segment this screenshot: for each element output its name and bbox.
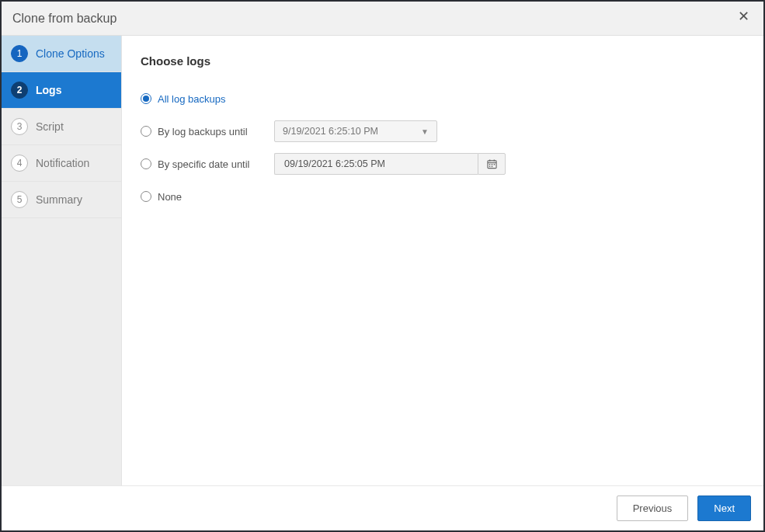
option-row-specific: By specific date until 09/19/2021 6:25:0… [141, 153, 745, 175]
calendar-icon [487, 158, 497, 169]
step-number: 3 [11, 118, 28, 135]
select-value: 9/19/2021 6:25:10 PM [283, 126, 378, 137]
log-backup-until-select[interactable]: 9/19/2021 6:25:10 PM ▼ [274, 120, 437, 142]
dialog-title: Clone from backup [12, 12, 116, 26]
radio-input-none[interactable] [141, 191, 151, 202]
svg-rect-4 [489, 164, 489, 165]
radio-by-specific-date-until[interactable]: By specific date until [141, 158, 274, 170]
step-summary[interactable]: 5 Summary [2, 182, 121, 218]
clone-from-backup-dialog: Clone from backup ✕ 1 Clone Options 2 Lo… [0, 0, 765, 532]
option-row-until: By log backups until 9/19/2021 6:25:10 P… [141, 120, 745, 142]
step-label: Summary [36, 193, 82, 206]
radio-input-until[interactable] [141, 126, 151, 137]
chevron-down-icon: ▼ [421, 127, 429, 136]
next-button[interactable]: Next [697, 495, 751, 521]
step-label: Notification [36, 157, 89, 169]
radio-all-log-backups[interactable]: All log backups [141, 93, 274, 105]
step-label: Script [36, 120, 64, 133]
option-row-all: All log backups [141, 88, 745, 110]
svg-rect-5 [491, 164, 492, 165]
radio-by-log-backups-until[interactable]: By log backups until [141, 126, 274, 137]
step-clone-options[interactable]: 1 Clone Options [2, 36, 121, 72]
content-heading: Choose logs [141, 54, 745, 68]
radio-input-specific[interactable] [141, 158, 151, 169]
svg-rect-7 [489, 166, 489, 167]
titlebar: Clone from backup ✕ [2, 2, 763, 36]
specific-date-input[interactable]: 09/19/2021 6:25:05 PM [274, 153, 478, 175]
step-notification[interactable]: 4 Notification [2, 145, 121, 182]
radio-label: By log backups until [158, 126, 248, 137]
radio-none[interactable]: None [141, 191, 274, 203]
dialog-body: 1 Clone Options 2 Logs 3 Script 4 Notifi… [2, 36, 763, 485]
specific-date-group: 09/19/2021 6:25:05 PM [274, 153, 506, 175]
step-label: Logs [36, 84, 61, 96]
option-row-none: None [141, 186, 745, 207]
close-icon[interactable]: ✕ [733, 6, 754, 26]
radio-label: None [158, 191, 182, 203]
step-logs[interactable]: 2 Logs [2, 72, 121, 109]
step-label: Clone Options [36, 47, 105, 60]
step-number: 1 [11, 45, 28, 62]
calendar-button[interactable] [478, 153, 506, 175]
date-value: 09/19/2021 6:25:05 PM [284, 158, 385, 169]
svg-rect-6 [493, 164, 494, 165]
previous-button[interactable]: Previous [617, 495, 689, 521]
step-script[interactable]: 3 Script [2, 109, 121, 145]
radio-label: By specific date until [158, 158, 250, 170]
dialog-footer: Previous Next [2, 485, 763, 530]
step-number: 2 [11, 82, 28, 99]
step-number: 5 [11, 191, 28, 208]
radio-input-all[interactable] [141, 93, 151, 104]
svg-rect-8 [491, 166, 492, 167]
wizard-content: Choose logs All log backups By log backu… [122, 36, 763, 485]
step-number: 4 [11, 155, 28, 172]
radio-label: All log backups [158, 93, 225, 105]
wizard-sidebar: 1 Clone Options 2 Logs 3 Script 4 Notifi… [2, 36, 122, 485]
